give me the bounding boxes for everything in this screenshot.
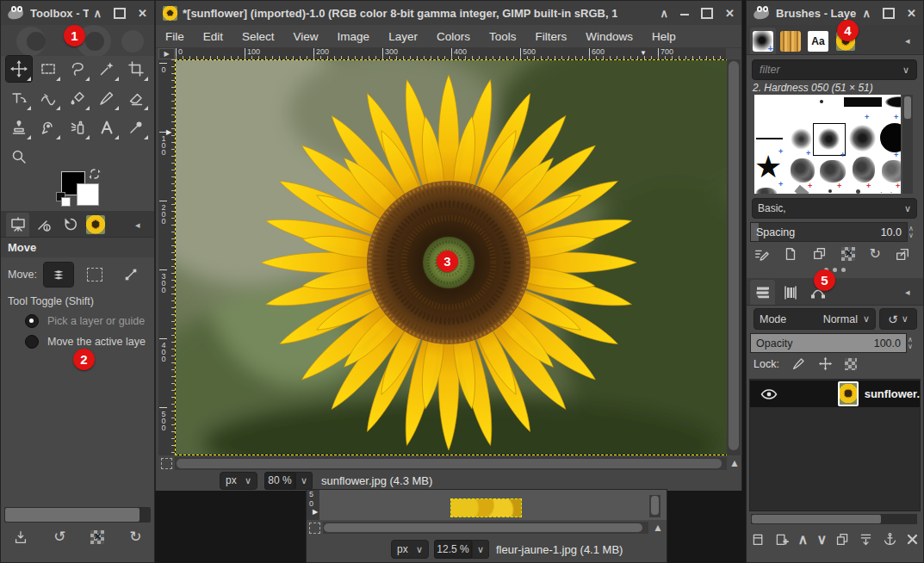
save-tool-preset-button[interactable]: [13, 529, 28, 545]
zoom-select-button[interactable]: ∨: [295, 472, 313, 490]
menu-select[interactable]: Select: [233, 30, 284, 43]
tab-undo-history[interactable]: [58, 213, 81, 237]
open-brush-as-image-button[interactable]: [895, 246, 910, 262]
unit-select[interactable]: px ∨: [220, 472, 257, 490]
tab-fonts[interactable]: Aa: [805, 28, 831, 54]
vertical-ruler[interactable]: 5 0 ▶: [307, 490, 319, 520]
tab-patterns[interactable]: [778, 28, 803, 54]
tool-smudge[interactable]: [35, 114, 61, 140]
delete-layer-button[interactable]: [906, 533, 919, 546]
tab-layers[interactable]: [750, 280, 775, 305]
tool-warp-transform[interactable]: [35, 85, 61, 111]
opacity-slider[interactable]: Opacity 100.0: [750, 333, 907, 353]
tool-paintbrush[interactable]: [94, 85, 120, 111]
layer-row-sunflower[interactable]: sunflower.: [750, 380, 920, 407]
vertical-scrollbar[interactable]: [649, 495, 660, 517]
delete-brush-button[interactable]: ✕: [841, 247, 855, 261]
close-button[interactable]: ✕: [138, 8, 147, 19]
brush-partial[interactable]: [794, 185, 809, 194]
mode-switch-button[interactable]: ↺ ∨: [879, 308, 917, 330]
merge-down-button[interactable]: [859, 532, 873, 547]
shade-button[interactable]: ∧: [94, 8, 102, 19]
default-colors-icon[interactable]: [56, 192, 70, 205]
layer-name[interactable]: sunflower.: [865, 387, 920, 400]
tab-images[interactable]: [84, 213, 107, 237]
move-path-button[interactable]: [116, 263, 146, 287]
spacing-spinner[interactable]: ∧ ∨: [908, 222, 914, 242]
opacity-spinner[interactable]: ∧ ∨: [908, 333, 913, 353]
spin-down-icon[interactable]: ∨: [908, 343, 913, 350]
image-window-titlebar[interactable]: *[sunflower] (imported)-1.0 (RGB color 8…: [156, 1, 741, 25]
brush-ellipse[interactable]: [885, 96, 901, 108]
brush-hardness-075[interactable]: [849, 125, 876, 152]
brush-grunge-1[interactable]: [791, 158, 815, 183]
tab-device-status[interactable]: [32, 213, 55, 237]
close-button[interactable]: ✕: [907, 8, 916, 19]
canvas-area[interactable]: 5 0 ▶: [307, 490, 667, 520]
tool-rectangle-select[interactable]: [35, 56, 61, 82]
menu-colors[interactable]: Colors: [427, 30, 480, 43]
spacing-slider[interactable]: Spacing 10.0: [750, 222, 908, 242]
layer-mode-select[interactable]: Mode Normal ∨: [753, 308, 876, 330]
zoom-level-input[interactable]: 80 %: [264, 472, 295, 490]
unit-select[interactable]: px ∨: [391, 540, 429, 559]
brush-block[interactable]: [844, 97, 882, 107]
menu-image[interactable]: Image: [328, 30, 380, 43]
new-brush-button[interactable]: [783, 246, 798, 262]
tab-brushes[interactable]: +: [750, 28, 776, 54]
tool-clone[interactable]: [6, 114, 32, 140]
tool-eraser[interactable]: [123, 85, 149, 111]
delete-preset-button[interactable]: ✕: [90, 530, 104, 544]
panel-menu-button[interactable]: ◂: [905, 35, 910, 46]
brush-grid-scrollbar[interactable]: [902, 95, 913, 194]
shade-button[interactable]: ∧: [660, 8, 669, 19]
shade-button[interactable]: ∧: [863, 8, 871, 19]
tab-tool-options[interactable]: [6, 213, 29, 237]
move-selection-button[interactable]: [80, 263, 109, 287]
spin-down-icon[interactable]: ∨: [908, 232, 914, 238]
quick-mask-toggle[interactable]: [161, 458, 172, 469]
tab-channels[interactable]: [778, 280, 803, 305]
edit-brush-button[interactable]: [753, 246, 769, 262]
anchor-layer-button[interactable]: [883, 532, 897, 547]
vertical-ruler[interactable]: 0 100 200 300 400 500 ▶: [158, 59, 175, 455]
layer-thumbnail[interactable]: [838, 381, 859, 406]
lower-layer-button[interactable]: ∨: [816, 531, 827, 548]
brush-partial[interactable]: [756, 188, 777, 194]
radio-move-active[interactable]: [25, 335, 39, 349]
navigation-preview-button[interactable]: ▲: [651, 521, 665, 535]
menu-filters[interactable]: Filters: [525, 30, 576, 43]
brush-grunge-3[interactable]: [853, 157, 875, 183]
tool-airbrush[interactable]: [65, 114, 90, 140]
tool-zoom[interactable]: [6, 144, 32, 170]
menu-file[interactable]: File: [156, 30, 194, 43]
navigation-preview-button[interactable]: ▲: [728, 456, 741, 470]
brush-hardness-100[interactable]: [880, 123, 901, 152]
maximize-button[interactable]: [701, 8, 713, 19]
brush-grunge-2[interactable]: [820, 160, 846, 183]
panel-menu-button[interactable]: ◂: [905, 287, 910, 298]
duplicate-brush-button[interactable]: [812, 246, 828, 262]
brush-group-select[interactable]: Basic, ∨: [752, 198, 917, 219]
ruler-corner-menu-button[interactable]: ▶: [158, 48, 175, 59]
fg-bg-colors[interactable]: [54, 170, 106, 209]
maximize-button[interactable]: [114, 8, 126, 19]
brush-line[interactable]: [756, 138, 783, 139]
menu-view[interactable]: View: [284, 30, 328, 43]
panel-menu-button[interactable]: ◂: [135, 220, 140, 231]
tool-crop[interactable]: [123, 56, 149, 82]
brush-grunge-4[interactable]: [882, 160, 901, 183]
tool-free-select[interactable]: [65, 56, 90, 82]
menu-help[interactable]: Help: [642, 30, 685, 43]
brush-partial[interactable]: [828, 189, 832, 193]
move-layer-button[interactable]: [44, 263, 73, 287]
brush-dot[interactable]: [820, 100, 823, 103]
layer-list[interactable]: sunflower.: [749, 379, 921, 511]
menu-tools[interactable]: Tools: [480, 30, 526, 43]
minimize-button[interactable]: [680, 14, 689, 15]
brush-partial[interactable]: · · ·: [880, 188, 901, 194]
menu-edit[interactable]: Edit: [194, 30, 233, 43]
canvas-fleur-jaune-image[interactable]: [450, 498, 522, 517]
lock-alpha-button[interactable]: [845, 358, 857, 370]
dock-titlebar[interactable]: Brushes - Laye ∧ ✕: [747, 1, 923, 25]
